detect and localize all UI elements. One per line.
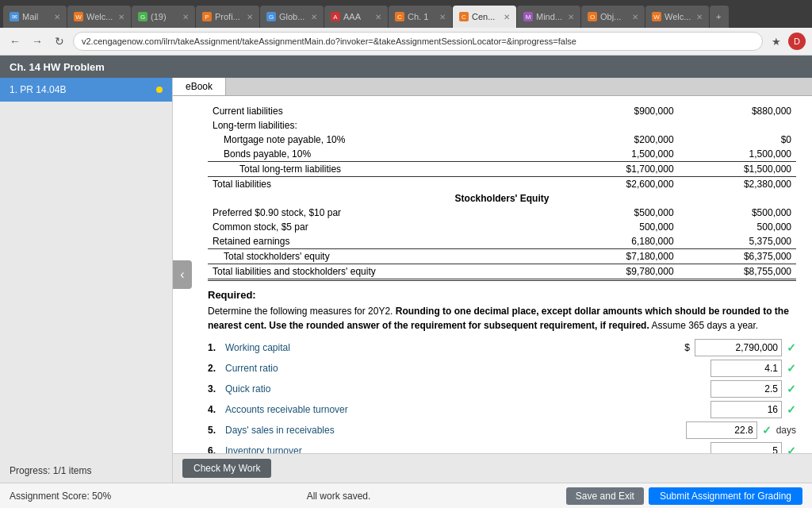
required-text: Determine the following measures for 20Y…: [208, 304, 796, 333]
bookmark-icon[interactable]: ★: [768, 33, 785, 50]
tab-ebook[interactable]: eBook: [173, 78, 226, 95]
tab-profi-label: Profi...: [215, 12, 240, 21]
table-row: Total liabilities $2,600,000 $2,380,000: [208, 177, 796, 192]
tab-mail-label: Mail: [22, 12, 38, 21]
measure-num-3: 3.: [208, 383, 220, 394]
tab-welc2[interactable]: W Welc... ✕: [645, 6, 709, 28]
welc2-favicon: W: [652, 12, 661, 21]
nav-right: ★ D: [768, 33, 806, 50]
common-stock-label: Common stock, $5 par: [208, 220, 561, 234]
ch1-favicon: C: [395, 12, 404, 21]
table-row: Total stockholders' equity $7,180,000 $6…: [208, 249, 796, 264]
measure-input-4[interactable]: [710, 401, 782, 418]
measure-row-1: 1. Working capital $ ✓: [208, 339, 796, 356]
table-row: Current liabilities $900,000 $880,000: [208, 104, 796, 118]
sidebar-item-label: 1. PR 14.04B: [10, 84, 66, 95]
tab-19-close[interactable]: ✕: [182, 13, 189, 21]
tab-mind[interactable]: M Mind... ✕: [517, 6, 580, 28]
long-term-header-col1: [561, 118, 678, 133]
measure-row-6: 6. Inventory turnover ✓: [208, 442, 796, 453]
tab-obj[interactable]: O Obj... ✕: [581, 6, 645, 28]
tab-glob[interactable]: G Glob... ✕: [260, 6, 324, 28]
back-button[interactable]: ←: [6, 33, 24, 50]
tab-mail[interactable]: ✉ Mail ✕: [3, 6, 67, 28]
total-liabilities-col1: $2,600,000: [561, 177, 678, 192]
tab-profi[interactable]: P Profi... ✕: [196, 6, 259, 28]
measure-input-3[interactable]: [710, 380, 782, 398]
measure-input-6[interactable]: [710, 442, 782, 453]
tab-ch1-label: Ch. 1: [408, 12, 428, 21]
tab-obj-close[interactable]: ✕: [632, 13, 638, 21]
aaa-favicon: A: [331, 12, 340, 21]
cen-favicon: C: [459, 12, 469, 21]
reload-button[interactable]: ↻: [51, 33, 68, 50]
measure-label-3[interactable]: Quick ratio: [225, 383, 706, 394]
required-title: Required:: [208, 289, 796, 301]
long-term-header: Long-term liabilities:: [208, 118, 561, 133]
measure-label-6[interactable]: Inventory turnover: [225, 445, 706, 453]
instruction-start: Determine the following measures for 20Y…: [208, 306, 396, 317]
total-equity-label: Total stockholders' equity: [208, 249, 561, 264]
total-liabilities-label: Total liabilities: [208, 177, 561, 192]
address-bar[interactable]: [73, 32, 763, 51]
measure-label-4[interactable]: Accounts receivable turnover: [225, 404, 706, 415]
score-label: Assignment Score:: [10, 491, 90, 502]
tab-welc1-close[interactable]: ✕: [118, 13, 124, 21]
sidebar-item-pr1404b[interactable]: 1. PR 14.04B: [0, 78, 172, 102]
welc1-favicon: W: [74, 12, 83, 21]
retained-earnings-col2: 5,375,000: [679, 234, 796, 249]
content-main: ‹ Current liabilities $900,000 $880,000 …: [173, 96, 812, 453]
app-container: Ch. 14 HW Problem 1. PR 14.04B Progress:…: [0, 56, 812, 508]
app-title: Ch. 14 HW Problem: [10, 61, 105, 73]
measure-row-5: 5. Days' sales in receivables ✓ days: [208, 421, 796, 439]
financial-table-wrapper: Current liabilities $900,000 $880,000 Lo…: [189, 104, 796, 453]
tab-bar: ✉ Mail ✕ W Welc... ✕ G (19) ✕ P Profi...…: [0, 0, 812, 28]
total-equity-col1: $7,180,000: [561, 249, 678, 264]
submit-button[interactable]: Submit Assignment for Grading: [649, 487, 802, 505]
total-liabilities-equity-col1: $9,780,000: [561, 264, 678, 280]
tab-welc1[interactable]: W Welc... ✕: [67, 6, 131, 28]
measure-input-2[interactable]: [710, 360, 782, 377]
tab-mail-close[interactable]: ✕: [54, 13, 60, 21]
tab-glob-close[interactable]: ✕: [311, 13, 317, 21]
tab-ch1-close[interactable]: ✕: [439, 13, 446, 21]
profile-icon[interactable]: D: [788, 33, 806, 50]
tab-welc2-label: Welc...: [665, 12, 691, 21]
measure-label-1[interactable]: Working capital: [225, 342, 680, 353]
check-icon-4: ✓: [787, 403, 796, 416]
tab-ch1[interactable]: C Ch. 1 ✕: [389, 6, 452, 28]
table-row: Preferred $0.90 stock, $10 par $500,000 …: [208, 206, 796, 220]
tab-aaa[interactable]: A AAA ✕: [324, 6, 388, 28]
current-liabilities-label: Current liabilities: [208, 104, 561, 118]
back-arrow-button[interactable]: ‹: [173, 260, 192, 289]
total-liabilities-equity-label: Total liabilities and stockholders' equi…: [208, 264, 561, 280]
save-exit-button[interactable]: Save and Exit: [566, 487, 644, 505]
common-stock-col2: 500,000: [679, 220, 796, 234]
tab-cen-close[interactable]: ✕: [504, 13, 510, 21]
bonds-col2: 1,500,000: [679, 147, 796, 162]
obj-favicon: O: [588, 12, 597, 21]
forward-button[interactable]: →: [29, 33, 46, 50]
measure-label-5[interactable]: Days' sales in receivables: [225, 425, 681, 436]
footer-score: Assignment Score: 50%: [10, 491, 111, 502]
tab-cen[interactable]: C Cen... ✕: [453, 6, 516, 28]
check-my-work-button[interactable]: Check My Work: [182, 459, 271, 478]
measure-num-6: 6.: [208, 445, 220, 453]
mortgage-col1: $200,000: [561, 133, 678, 147]
measure-input-5[interactable]: [686, 421, 757, 439]
new-tab-button[interactable]: +: [710, 6, 729, 28]
measure-label-2[interactable]: Current ratio: [225, 363, 706, 374]
tab-aaa-close[interactable]: ✕: [375, 13, 381, 21]
tab-welc2-close[interactable]: ✕: [696, 13, 703, 21]
measure-input-1[interactable]: [695, 339, 782, 356]
sidebar-progress: Progress: 1/1 items: [0, 459, 172, 483]
measure-num-1: 1.: [208, 342, 220, 353]
tab-mind-close[interactable]: ✕: [568, 13, 574, 21]
check-icon-2: ✓: [787, 362, 796, 375]
mind-favicon: M: [523, 12, 533, 21]
total-liabilities-equity-col2: $8,755,000: [679, 264, 796, 280]
tab-profi-close[interactable]: ✕: [247, 13, 253, 21]
content-area: eBook ‹ Current liabilities $900,000 $88…: [173, 78, 812, 483]
tab-19[interactable]: G (19) ✕: [132, 6, 195, 28]
table-row: Bonds payable, 10% 1,500,000 1,500,000: [208, 147, 796, 162]
